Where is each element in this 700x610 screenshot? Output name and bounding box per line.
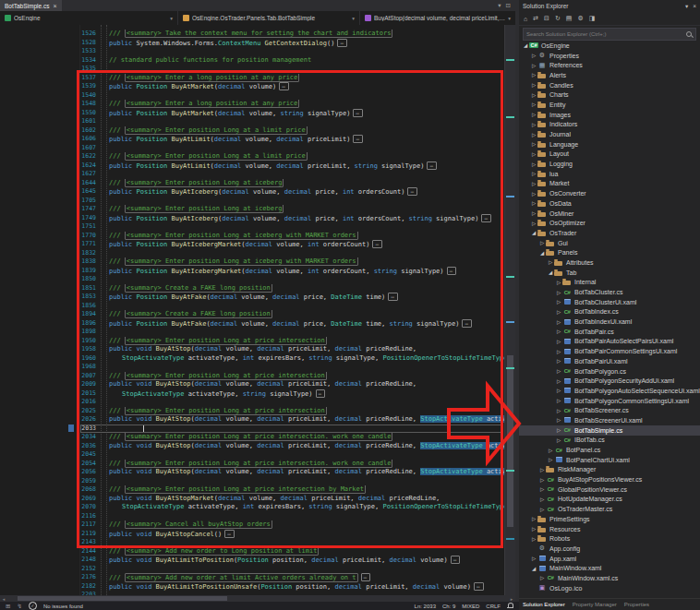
code-line-2070[interactable]: 2070StopActivateType activateType, int e… — [0, 503, 505, 512]
tree-item-ostradermaster-cs[interactable]: ▷OsTraderMaster.cs — [519, 504, 700, 514]
tree-item-layout[interactable]: ▷Layout — [519, 150, 700, 160]
tree-item-globalpositionviewer-cs[interactable]: ▷GlobalPositionViewer.cs — [519, 484, 700, 495]
tree-item-entity[interactable]: ▷Entity — [519, 100, 700, 110]
code-editor[interactable]: 1526/// <summary> Take the context menu … — [0, 25, 515, 595]
expander-collapsed-icon[interactable]: ▷ — [538, 477, 546, 483]
tree-item-mainwindow-xaml[interactable]: ◢MainWindow.xaml — [519, 563, 700, 573]
solution-explorer-header[interactable]: Solution Explorer ▾× — [519, 0, 700, 12]
collapse-all-icon[interactable]: ⊟ — [544, 15, 549, 22]
scroll-right-icon[interactable]: ▸ — [508, 596, 515, 602]
code-line-2015[interactable]: 2015StopActivateType activateType, strin… — [0, 389, 505, 399]
code-line-1535[interactable]: 1535 — [0, 65, 505, 74]
code-line-2026[interactable]: 2026public void BuyAtStop(decimal volume… — [0, 415, 505, 425]
expander-collapsed-icon[interactable]: ▷ — [538, 240, 546, 245]
feedback-icon[interactable]: ↯ — [17, 603, 21, 610]
expander-collapsed-icon[interactable]: ▷ — [555, 349, 562, 354]
expander-collapsed-icon[interactable]: ▷ — [555, 319, 562, 325]
code-line-2016[interactable]: 2016 — [0, 398, 505, 407]
code-line-1856[interactable]: 1856 — [0, 302, 505, 311]
expander-expanded-icon[interactable]: ◢ — [530, 230, 537, 235]
code-line-1960[interactable]: 1960StopActivateType activateType, int e… — [0, 354, 505, 364]
expander-collapsed-icon[interactable]: ▷ — [555, 358, 562, 364]
expander-collapsed-icon[interactable]: ▷ — [530, 122, 537, 127]
code-line-1950[interactable]: 1950/// <summary> Enter position Long at… — [0, 337, 505, 346]
expander-collapsed-icon[interactable]: ▷ — [555, 368, 562, 374]
expander-collapsed-icon[interactable]: ▷ — [555, 329, 562, 334]
expander-collapsed-icon[interactable]: ▷ — [555, 437, 562, 443]
tree-item-bottabscreenerui-xaml[interactable]: ▷BotTabScreenerUi.xaml — [519, 415, 700, 425]
collapsed-region-icon[interactable]: ⋯ — [462, 319, 472, 328]
collapsed-region-icon[interactable]: ⋯ — [447, 267, 457, 275]
code-line-2036[interactable]: 2036public void BuyAtStop(decimal volume… — [0, 442, 505, 451]
tree-item-mainwindow-xaml-cs[interactable]: ▷MainWindow.xaml.cs — [519, 573, 700, 583]
expander-collapsed-icon[interactable]: ▷ — [530, 200, 537, 206]
home-icon[interactable]: ⌂ — [524, 16, 527, 22]
code-line-1627[interactable]: 1627 — [0, 170, 505, 179]
code-line-1839[interactable]: 1839public Position BuyAtIcebergMarket(d… — [0, 267, 505, 276]
preview-icon[interactable]: ◨ — [589, 15, 596, 22]
expander-collapsed-icon[interactable]: ▷ — [530, 53, 537, 58]
code-line-1601[interactable]: 1601 — [0, 117, 505, 126]
collapsed-region-icon[interactable]: ⋯ — [361, 573, 371, 581]
code-line-2152[interactable]: 2152 — [0, 565, 505, 574]
expander-expanded-icon[interactable]: ◢ — [547, 269, 554, 275]
code-line-1550[interactable]: 1550public Position BuyAtMarket(decimal … — [0, 109, 505, 118]
code-line-2143[interactable]: 2143 — [0, 538, 505, 547]
tree-item-app-xaml[interactable]: ▷App.xaml — [519, 554, 700, 564]
code-line-1898[interactable]: 1898 — [0, 328, 505, 337]
collapsed-region-icon[interactable]: ⋯ — [337, 39, 347, 47]
expander-collapsed-icon[interactable]: ▷ — [530, 63, 537, 68]
tree-item-buyatstoppositionsviewer-cs[interactable]: ▷BuyAtStopPositionsViewer.cs — [519, 474, 700, 484]
tree-item-lua[interactable]: ▷lua — [519, 169, 700, 179]
encoding-indicator[interactable]: MIXED — [462, 604, 479, 609]
tree-item-bottabsimple-cs[interactable]: ▷BotTabSimple.cs — [519, 425, 700, 436]
expander-collapsed-icon[interactable]: ▷ — [530, 141, 537, 147]
expander-collapsed-icon[interactable]: ▷ — [555, 280, 562, 285]
expander-collapsed-icon[interactable]: ▷ — [555, 408, 562, 413]
code-line-1705[interactable]: 1705 — [0, 197, 505, 206]
collapsed-region-icon[interactable]: ⋯ — [427, 161, 437, 170]
search-box[interactable] — [523, 28, 696, 41]
tree-item-app-config[interactable]: App.config — [519, 544, 700, 554]
expander-collapsed-icon[interactable]: ▷ — [530, 526, 537, 532]
expander-collapsed-icon[interactable]: ▷ — [538, 507, 546, 512]
expander-collapsed-icon[interactable]: ▷ — [530, 181, 537, 186]
tree-item-bottabpairautoselectpairsui-xaml[interactable]: ▷BotTabPairAutoSelectPairsUi.xaml — [519, 337, 700, 347]
code-line-1540[interactable]: 1540 — [0, 91, 505, 101]
refresh-icon[interactable]: ↻ — [555, 15, 561, 22]
horizontal-scrollbar[interactable]: ◂ ▸ — [0, 595, 515, 602]
collapsed-region-icon[interactable]: ⋯ — [316, 389, 326, 398]
close-icon[interactable]: × — [693, 3, 696, 10]
tree-item-tab[interactable]: ◢Tab — [519, 268, 700, 278]
tree-item-primesettings[interactable]: ▷PrimeSettings — [519, 514, 700, 524]
tree-item-language[interactable]: ▷Language — [519, 139, 700, 150]
code-line-2033[interactable]: 2033 — [0, 425, 505, 434]
code-line-2054[interactable]: 2054/// <summary> Enter position Long at… — [0, 460, 505, 469]
tree-item-bottabpair-cs[interactable]: ▷BotTabPair.cs — [519, 327, 700, 337]
expander-collapsed-icon[interactable]: ▷ — [530, 92, 537, 98]
tab-bottabsimple[interactable]: BotTabSimple.cs × — [0, 0, 62, 11]
expander-collapsed-icon[interactable]: ▷ — [530, 556, 537, 561]
expander-collapsed-icon[interactable]: ▷ — [530, 536, 537, 542]
code-line-1747[interactable]: 1747/// <summary> Enter position Long at… — [0, 205, 505, 214]
tree-item-hotupdatemanager-cs[interactable]: ▷HotUpdateManager.cs — [519, 495, 700, 505]
code-line-1838[interactable]: 1838/// <summary> Enter position Long at… — [0, 257, 505, 267]
code-line-1539[interactable]: 1539public Position BuyAtMarket(decimal … — [0, 82, 505, 91]
expander-collapsed-icon[interactable]: ▷ — [555, 309, 562, 315]
code-line-1751[interactable]: 1751 — [0, 222, 505, 232]
tree-item-osoptimizer[interactable]: ▷OsOptimizer — [519, 218, 700, 228]
notifications-bell-icon[interactable] — [507, 603, 513, 609]
code-line-1533[interactable]: 1533 — [0, 47, 505, 56]
code-line-1526[interactable]: 1526/// <summary> Take the context menu … — [0, 30, 505, 39]
vertical-scrollbar[interactable] — [504, 25, 515, 595]
expander-expanded-icon[interactable]: ◢ — [538, 250, 546, 256]
tree-item-osdata[interactable]: ▷OsData — [519, 198, 700, 209]
tree-item-bottabindexui-xaml[interactable]: ▷BotTabIndexUi.xaml — [519, 317, 700, 327]
line-indicator[interactable]: Ln: 2033 — [415, 604, 436, 609]
collapsed-region-icon[interactable]: ⋯ — [474, 582, 484, 591]
code-line-2144[interactable]: 2144/// <summary> Add new order to Long … — [0, 547, 505, 556]
code-line-1602[interactable]: 1602/// <summary> Enter position Long at… — [0, 126, 505, 136]
switch-views-icon[interactable]: ⇄ — [533, 15, 538, 22]
expander-collapsed-icon[interactable]: ▷ — [530, 151, 537, 157]
code-line-1770[interactable]: 1770/// <summary> Enter position Long at… — [0, 232, 505, 241]
